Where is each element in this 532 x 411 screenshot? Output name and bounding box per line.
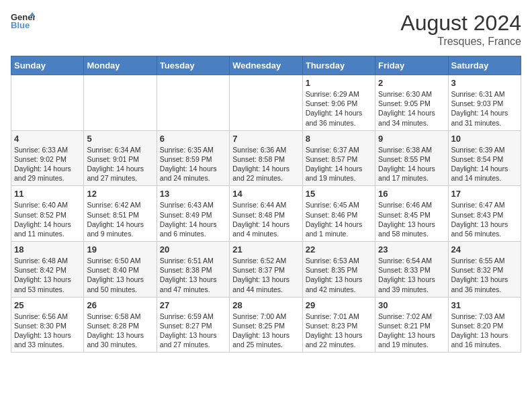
day-cell: 3Sunrise: 6:31 AM Sunset: 9:03 PM Daylig… <box>448 75 521 131</box>
day-info: Sunrise: 6:38 AM Sunset: 8:55 PM Dayligh… <box>378 145 445 183</box>
day-number: 23 <box>378 244 445 255</box>
day-info: Sunrise: 6:46 AM Sunset: 8:45 PM Dayligh… <box>378 200 445 238</box>
day-number: 13 <box>160 189 226 199</box>
day-info: Sunrise: 6:55 AM Sunset: 8:32 PM Dayligh… <box>451 256 518 294</box>
day-info: Sunrise: 6:50 AM Sunset: 8:40 PM Dayligh… <box>87 256 153 294</box>
day-cell: 26Sunrise: 6:58 AM Sunset: 8:28 PM Dayli… <box>84 297 157 353</box>
day-cell: 24Sunrise: 6:55 AM Sunset: 8:32 PM Dayli… <box>448 242 521 298</box>
day-number: 7 <box>232 134 299 144</box>
title-area: August 2024 Tresques, France <box>400 11 521 48</box>
day-info: Sunrise: 6:59 AM Sunset: 8:27 PM Dayligh… <box>160 312 226 350</box>
weekday-header-friday: Friday <box>375 56 448 75</box>
day-cell <box>230 75 302 131</box>
day-cell: 7Sunrise: 6:36 AM Sunset: 8:58 PM Daylig… <box>230 130 302 186</box>
day-info: Sunrise: 6:42 AM Sunset: 8:51 PM Dayligh… <box>87 200 153 238</box>
weekday-header-sunday: Sunday <box>11 56 84 75</box>
day-cell <box>84 75 157 131</box>
day-number: 19 <box>87 244 153 255</box>
day-number: 31 <box>451 300 518 310</box>
day-cell: 2Sunrise: 6:30 AM Sunset: 9:05 PM Daylig… <box>375 75 448 131</box>
day-cell: 29Sunrise: 7:01 AM Sunset: 8:23 PM Dayli… <box>302 297 375 353</box>
day-number: 16 <box>378 189 445 199</box>
day-cell: 20Sunrise: 6:51 AM Sunset: 8:38 PM Dayli… <box>157 242 229 298</box>
day-number: 24 <box>451 244 518 255</box>
calendar: SundayMondayTuesdayWednesdayThursdayFrid… <box>11 56 521 353</box>
day-number: 1 <box>306 78 372 88</box>
day-info: Sunrise: 6:40 AM Sunset: 8:52 PM Dayligh… <box>14 200 81 238</box>
day-cell: 25Sunrise: 6:56 AM Sunset: 8:30 PM Dayli… <box>11 297 84 353</box>
day-number: 29 <box>306 300 372 310</box>
day-cell: 23Sunrise: 6:54 AM Sunset: 8:33 PM Dayli… <box>375 242 448 298</box>
day-info: Sunrise: 6:52 AM Sunset: 8:37 PM Dayligh… <box>232 256 299 294</box>
day-number: 14 <box>232 189 299 199</box>
weekday-header-tuesday: Tuesday <box>157 56 229 75</box>
week-row-4: 18Sunrise: 6:48 AM Sunset: 8:42 PM Dayli… <box>11 242 521 298</box>
day-cell: 9Sunrise: 6:38 AM Sunset: 8:55 PM Daylig… <box>375 130 448 186</box>
day-info: Sunrise: 6:44 AM Sunset: 8:48 PM Dayligh… <box>232 200 299 238</box>
day-number: 6 <box>160 134 226 144</box>
day-cell: 8Sunrise: 6:37 AM Sunset: 8:57 PM Daylig… <box>302 130 375 186</box>
day-info: Sunrise: 6:33 AM Sunset: 9:02 PM Dayligh… <box>14 145 81 183</box>
day-cell: 17Sunrise: 6:47 AM Sunset: 8:43 PM Dayli… <box>448 186 521 242</box>
day-info: Sunrise: 6:51 AM Sunset: 8:38 PM Dayligh… <box>160 256 226 294</box>
day-info: Sunrise: 6:39 AM Sunset: 8:54 PM Dayligh… <box>451 145 518 183</box>
day-info: Sunrise: 6:47 AM Sunset: 8:43 PM Dayligh… <box>451 200 518 238</box>
day-cell: 28Sunrise: 7:00 AM Sunset: 8:25 PM Dayli… <box>230 297 302 353</box>
weekday-header-saturday: Saturday <box>448 56 521 75</box>
day-info: Sunrise: 6:37 AM Sunset: 8:57 PM Dayligh… <box>306 145 372 183</box>
day-info: Sunrise: 6:54 AM Sunset: 8:33 PM Dayligh… <box>378 256 445 294</box>
day-info: Sunrise: 7:01 AM Sunset: 8:23 PM Dayligh… <box>306 312 372 350</box>
day-info: Sunrise: 6:36 AM Sunset: 8:58 PM Dayligh… <box>232 145 299 183</box>
weekday-header-wednesday: Wednesday <box>230 56 302 75</box>
day-number: 4 <box>14 134 81 144</box>
day-cell: 1Sunrise: 6:29 AM Sunset: 9:06 PM Daylig… <box>302 75 375 131</box>
day-number: 21 <box>232 244 299 255</box>
day-info: Sunrise: 7:03 AM Sunset: 8:20 PM Dayligh… <box>451 312 518 350</box>
week-row-1: 1Sunrise: 6:29 AM Sunset: 9:06 PM Daylig… <box>11 75 521 131</box>
day-number: 17 <box>451 189 518 199</box>
day-number: 15 <box>306 189 372 199</box>
month-year: August 2024 <box>400 11 521 36</box>
day-cell: 11Sunrise: 6:40 AM Sunset: 8:52 PM Dayli… <box>11 186 84 242</box>
day-number: 30 <box>378 300 445 310</box>
day-cell: 6Sunrise: 6:35 AM Sunset: 8:59 PM Daylig… <box>157 130 229 186</box>
day-cell <box>11 75 84 131</box>
day-cell: 4Sunrise: 6:33 AM Sunset: 9:02 PM Daylig… <box>11 130 84 186</box>
day-info: Sunrise: 6:45 AM Sunset: 8:46 PM Dayligh… <box>306 200 372 238</box>
logo: General Blue <box>11 11 35 31</box>
day-info: Sunrise: 6:35 AM Sunset: 8:59 PM Dayligh… <box>160 145 226 183</box>
day-number: 12 <box>87 189 153 199</box>
week-row-3: 11Sunrise: 6:40 AM Sunset: 8:52 PM Dayli… <box>11 186 521 242</box>
day-number: 25 <box>14 300 81 310</box>
day-cell: 22Sunrise: 6:53 AM Sunset: 8:35 PM Dayli… <box>302 242 375 298</box>
header: General Blue August 2024 Tresques, Franc… <box>11 11 521 48</box>
day-number: 28 <box>232 300 299 310</box>
day-cell: 27Sunrise: 6:59 AM Sunset: 8:27 PM Dayli… <box>157 297 229 353</box>
day-cell: 16Sunrise: 6:46 AM Sunset: 8:45 PM Dayli… <box>375 186 448 242</box>
day-info: Sunrise: 6:43 AM Sunset: 8:49 PM Dayligh… <box>160 200 226 238</box>
day-info: Sunrise: 6:53 AM Sunset: 8:35 PM Dayligh… <box>306 256 372 294</box>
weekday-header-monday: Monday <box>84 56 157 75</box>
day-number: 10 <box>451 134 518 144</box>
day-number: 9 <box>378 134 445 144</box>
day-cell: 31Sunrise: 7:03 AM Sunset: 8:20 PM Dayli… <box>448 297 521 353</box>
day-cell: 10Sunrise: 6:39 AM Sunset: 8:54 PM Dayli… <box>448 130 521 186</box>
day-info: Sunrise: 6:58 AM Sunset: 8:28 PM Dayligh… <box>87 312 153 350</box>
day-cell: 14Sunrise: 6:44 AM Sunset: 8:48 PM Dayli… <box>230 186 302 242</box>
day-number: 18 <box>14 244 81 255</box>
week-row-5: 25Sunrise: 6:56 AM Sunset: 8:30 PM Dayli… <box>11 297 521 353</box>
day-info: Sunrise: 6:30 AM Sunset: 9:05 PM Dayligh… <box>378 89 445 128</box>
day-number: 20 <box>160 244 226 255</box>
day-info: Sunrise: 6:56 AM Sunset: 8:30 PM Dayligh… <box>14 312 81 350</box>
logo-icon: General Blue <box>11 11 35 31</box>
day-number: 2 <box>378 78 445 88</box>
day-cell: 5Sunrise: 6:34 AM Sunset: 9:01 PM Daylig… <box>84 130 157 186</box>
week-row-2: 4Sunrise: 6:33 AM Sunset: 9:02 PM Daylig… <box>11 130 521 186</box>
svg-text:Blue: Blue <box>11 20 30 30</box>
day-number: 26 <box>87 300 153 310</box>
day-cell <box>157 75 229 131</box>
day-cell: 19Sunrise: 6:50 AM Sunset: 8:40 PM Dayli… <box>84 242 157 298</box>
day-cell: 18Sunrise: 6:48 AM Sunset: 8:42 PM Dayli… <box>11 242 84 298</box>
day-number: 3 <box>451 78 518 88</box>
day-number: 22 <box>306 244 372 255</box>
